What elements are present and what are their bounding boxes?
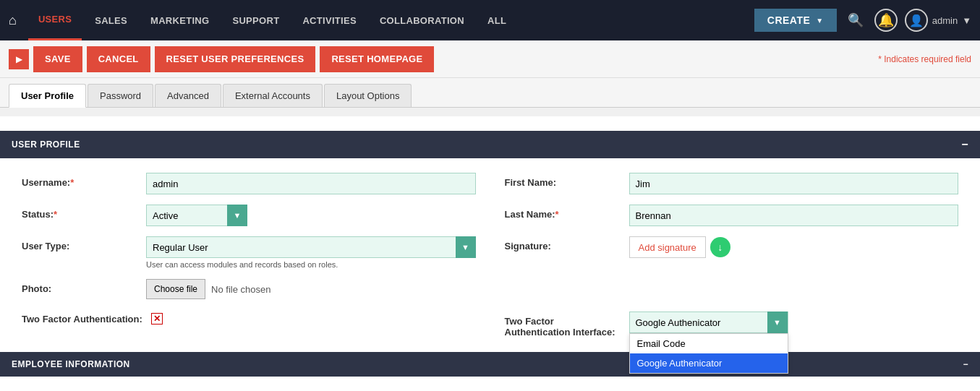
tab-advanced[interactable]: Advanced	[155, 84, 221, 107]
form-left-column: Username:* Status:* Active	[22, 173, 476, 338]
photo-control: Choose file No file chosen	[146, 279, 476, 299]
action-bar: ▶ SAVE CANCEL RESET USER PREFERENCES RES…	[0, 40, 980, 78]
first-name-row: First Name:	[505, 173, 959, 194]
status-row: Status:* Active Inactive ▼	[22, 205, 476, 226]
username-input[interactable]	[146, 173, 476, 194]
tabs-bar: User Profile Password Advanced External …	[0, 78, 980, 108]
user-profile-section-header: USER PROFILE −	[0, 131, 980, 158]
tfa-select-arrow-icon: ▼	[767, 311, 788, 333]
two-factor-auth-label: Two Factor Authentication:	[22, 309, 142, 325]
two-factor-auth-checkbox[interactable]: ✕	[151, 313, 163, 325]
home-icon[interactable]: ⌂	[9, 13, 17, 28]
tfa-selected-value: Google Authenicator	[636, 317, 721, 328]
user-type-row: User Type: Regular User Administrator Po…	[22, 236, 476, 269]
tab-external-accounts[interactable]: External Accounts	[223, 84, 323, 107]
user-type-select[interactable]: Regular User Administrator Portal	[146, 236, 476, 258]
signature-control: Add signature ↓	[629, 236, 959, 258]
create-arrow-icon: ▼	[816, 17, 823, 25]
tab-layout-options[interactable]: Layout Options	[324, 84, 412, 107]
required-note: * Indicates required field	[878, 54, 971, 64]
status-label: Status:*	[22, 205, 137, 220]
tfa-interface-label: Two Factor Authentication Interface:	[505, 311, 621, 338]
add-signature-button[interactable]: Add signature	[629, 236, 706, 258]
nav-item-sales[interactable]: SALES	[85, 0, 137, 40]
first-name-input[interactable]	[629, 173, 959, 194]
first-name-control	[629, 173, 959, 194]
first-name-label: First Name:	[505, 173, 621, 188]
user-type-control: Regular User Administrator Portal ▼ User…	[146, 236, 476, 269]
nav-items: USERS SALES MARKETING SUPPORT ACTIVITIES…	[28, 0, 754, 40]
nav-right: CREATE ▼ 🔍 🔔 👤 admin ▼	[754, 9, 971, 32]
tfa-dropdown-list: Email Code Google Authenicator	[629, 333, 788, 374]
required-note-text: Indicates required field	[884, 54, 971, 64]
last-name-control	[629, 205, 959, 226]
cancel-button[interactable]: CANCEL	[87, 46, 150, 72]
user-type-label: User Type:	[22, 236, 137, 252]
nav-item-marketing[interactable]: MARKETING	[140, 0, 219, 40]
photo-label: Photo:	[22, 279, 137, 294]
content-area: USER PROFILE − Username:* Stat	[0, 108, 980, 391]
admin-label: admin	[932, 15, 958, 26]
play-button[interactable]: ▶	[9, 49, 29, 69]
signature-label: Signature:	[505, 236, 621, 252]
play-icon: ▶	[16, 54, 22, 64]
no-file-text: No file chosen	[211, 284, 270, 295]
signature-row: Signature: Add signature ↓	[505, 236, 959, 258]
user-profile-section-title: USER PROFILE	[12, 139, 80, 150]
notification-icon[interactable]: 🔔	[874, 9, 898, 32]
download-icon[interactable]: ↓	[710, 237, 730, 257]
tab-password[interactable]: Password	[88, 84, 153, 107]
nav-item-support[interactable]: SUPPORT	[222, 0, 289, 40]
admin-arrow-icon: ▼	[962, 15, 971, 26]
tfa-select-header[interactable]: Google Authenicator ▼	[629, 311, 788, 333]
create-label: CREATE	[767, 14, 811, 26]
required-star: *	[878, 54, 882, 64]
choose-file-button[interactable]: Choose file	[146, 279, 205, 299]
admin-avatar: 👤	[905, 9, 928, 32]
status-control: Active Inactive ▼	[146, 205, 476, 226]
username-row: Username:*	[22, 173, 476, 194]
nav-item-collaboration[interactable]: COLLABORATION	[370, 0, 474, 40]
nav-item-users[interactable]: USERS	[28, 0, 82, 40]
employee-info-collapse-icon[interactable]: −	[963, 359, 968, 369]
user-type-help-text: User can access modules and records base…	[146, 260, 476, 269]
username-control	[146, 173, 476, 194]
form-grid: Username:* Status:* Active	[22, 173, 958, 338]
tfa-option-google-auth[interactable]: Google Authenicator	[630, 353, 788, 373]
employee-info-section-header: EMPLOYEE INFORMATION −	[0, 352, 980, 377]
status-select[interactable]: Active Inactive	[146, 205, 247, 226]
username-label: Username:*	[22, 173, 137, 188]
tfa-interface-row: Two Factor Authentication Interface: Goo…	[505, 311, 959, 338]
two-factor-auth-control: ✕	[151, 309, 476, 325]
create-button[interactable]: CREATE ▼	[754, 9, 837, 32]
nav-item-activities[interactable]: ACTIVITIES	[292, 0, 367, 40]
search-icon[interactable]: 🔍	[844, 9, 867, 32]
tab-user-profile[interactable]: User Profile	[9, 84, 86, 108]
status-select-wrap: Active Inactive ▼	[146, 205, 247, 226]
user-type-select-wrap: Regular User Administrator Portal ▼	[146, 236, 476, 258]
last-name-row: Last Name:*	[505, 205, 959, 226]
admin-menu[interactable]: 👤 admin ▼	[905, 9, 971, 32]
tfa-dropdown-wrap: Google Authenicator ▼ Email Code Google …	[629, 311, 788, 333]
photo-row: Photo: Choose file No file chosen	[22, 279, 476, 299]
tfa-interface-control: Google Authenicator ▼ Email Code Google …	[629, 311, 959, 333]
reset-homepage-button[interactable]: RESET HOMEPAGE	[320, 46, 434, 72]
nav-item-all[interactable]: ALL	[477, 0, 516, 40]
employee-info-section-title: EMPLOYEE INFORMATION	[12, 359, 130, 369]
user-profile-form: Username:* Status:* Active	[0, 158, 980, 352]
save-button[interactable]: SAVE	[33, 46, 82, 72]
reset-user-preferences-button[interactable]: RESET USER PREFERENCES	[155, 46, 316, 72]
user-profile-collapse-icon[interactable]: −	[961, 138, 968, 151]
checkbox-x-icon: ✕	[153, 314, 161, 324]
top-navigation: ⌂ USERS SALES MARKETING SUPPORT ACTIVITI…	[0, 0, 980, 40]
form-right-column: First Name: Last Name:* Signat	[505, 173, 959, 338]
two-factor-auth-row: Two Factor Authentication: ✕	[22, 309, 476, 325]
last-name-label: Last Name:*	[505, 205, 621, 220]
tfa-option-email-code[interactable]: Email Code	[630, 334, 788, 353]
last-name-input[interactable]	[629, 205, 959, 226]
